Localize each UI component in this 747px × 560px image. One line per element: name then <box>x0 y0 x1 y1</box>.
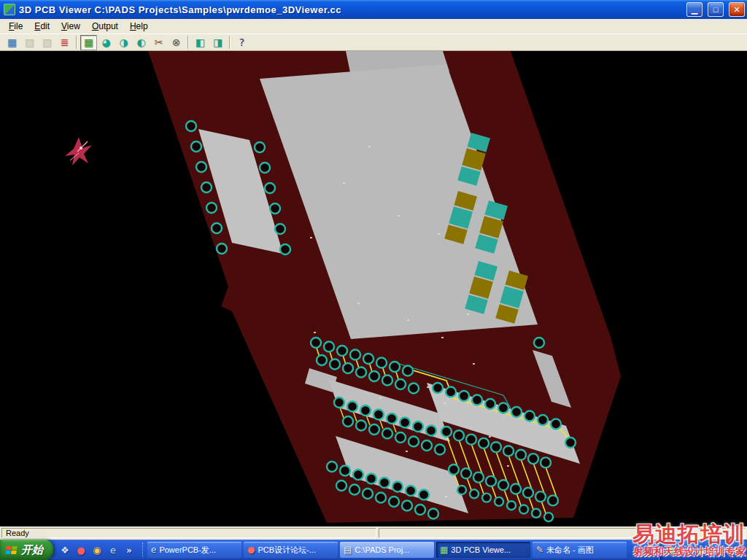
clip-plane-button[interactable]: ✂ <box>150 35 167 50</box>
pcb-pad <box>491 442 501 452</box>
task-label: C:\PADS Proj... <box>355 545 409 554</box>
pcb-pad <box>548 495 558 505</box>
pcb-pad <box>511 407 522 417</box>
task-pads-project[interactable]: ▤C:\PADS Proj... <box>340 542 434 558</box>
toolbar-separator <box>76 36 77 49</box>
task-label: PowerPCB-发... <box>159 545 216 556</box>
help-button[interactable]: ? <box>233 35 250 50</box>
clip-plane-icon: ✂ <box>155 37 163 47</box>
menu-item-help[interactable]: Help <box>124 20 154 33</box>
pcb-pad <box>544 513 553 521</box>
board-view-button[interactable]: ▦ <box>80 35 97 50</box>
menu-item-edit[interactable]: Edit <box>28 20 55 33</box>
pcb-pad <box>503 446 514 456</box>
pcb-label-speck <box>438 233 440 235</box>
watermark-title: 易迪拓培训 <box>632 523 746 546</box>
task-powerpcb-browser-icon: e <box>151 545 156 554</box>
start-button[interactable]: 开始 <box>0 540 53 560</box>
component-select-button[interactable]: ◨ <box>209 35 226 50</box>
spreadsheet-icon: ≣ <box>61 37 69 47</box>
task-paint[interactable]: ✎未命名 - 画图 <box>533 542 627 558</box>
pcb-label-speck <box>445 496 447 497</box>
pcb-pad <box>532 509 541 518</box>
pcb-pad <box>212 223 222 233</box>
minimize-button[interactable]: ▁ <box>686 2 703 17</box>
qq-icon[interactable]: ● <box>74 543 88 556</box>
rotate-view-button[interactable]: ◕ <box>98 35 115 50</box>
pcb-label-speck <box>357 303 360 304</box>
pcb-label-speck <box>343 182 345 184</box>
task-3d-pcb-viewer[interactable]: ▦3D PCB Viewe... <box>436 542 530 558</box>
pcb-pad <box>523 488 533 498</box>
pcb-pad <box>337 346 347 356</box>
pcb-pad <box>419 490 429 500</box>
pcb-pad <box>402 501 412 511</box>
pcb-pad <box>395 379 406 389</box>
menu-bar: FileEditViewOutputHelp <box>0 19 747 34</box>
pcb-label-speck <box>489 436 491 438</box>
status-message: Ready <box>1 528 376 538</box>
close-button[interactable]: ✕ <box>729 2 745 17</box>
pcb-pad <box>395 432 406 443</box>
pcb-pad <box>363 489 373 499</box>
pcb-pad <box>376 358 387 368</box>
pcb-pad <box>486 476 496 486</box>
window-title: 3D PCB Viewer C:\PADS Projects\Samples\p… <box>19 4 681 15</box>
task-pcb-forum[interactable]: ●PCB设计论坛-... <box>244 542 338 558</box>
measure-button[interactable]: ⊗ <box>168 35 185 50</box>
pcb-pad <box>428 509 438 519</box>
pcb-pad <box>519 505 528 514</box>
pcb-pad <box>280 244 290 254</box>
show-desktop-icon[interactable]: ❖ <box>58 543 71 556</box>
pcb-pad <box>538 415 548 425</box>
menu-item-file[interactable]: File <box>3 20 28 33</box>
pcb-pad <box>201 182 212 192</box>
pcb-label-speck <box>314 332 316 333</box>
toolbar-separator <box>187 36 189 49</box>
maximize-icon: □ <box>713 5 719 14</box>
pcb-label-speck <box>398 215 400 217</box>
pcb-pad <box>535 491 546 502</box>
watermark-subtitle: 射频和天线设计培训专家 <box>632 546 746 557</box>
screen: 3D PCB Viewer C:\PADS Projects\Samples\p… <box>0 0 747 560</box>
pan-view-button[interactable]: ◑ <box>115 35 132 50</box>
pcb-label-speck <box>441 337 444 338</box>
print-button[interactable]: ▨ <box>21 35 38 50</box>
menu-item-output[interactable]: Output <box>86 20 124 33</box>
task-powerpcb-browser[interactable]: ePowerPCB-发... <box>147 542 241 558</box>
copy-button[interactable]: ▧ <box>39 35 55 50</box>
spreadsheet-button[interactable]: ≣ <box>56 35 73 50</box>
pcb-pad <box>390 362 400 372</box>
pcb-3d-viewport[interactable] <box>0 51 747 526</box>
print-icon: ▨ <box>25 37 34 47</box>
pcb-pad <box>349 485 360 495</box>
ie-quicklaunch-icon[interactable]: e <box>107 543 120 556</box>
pcb-pad <box>479 438 489 448</box>
pcb-pad <box>217 244 227 254</box>
toolbar-separator <box>229 36 231 49</box>
media-player-icon[interactable]: ◉ <box>90 543 104 556</box>
pcb-pad <box>392 482 403 492</box>
task-label: 3D PCB Viewe... <box>451 545 511 554</box>
pcb-pad <box>406 486 416 496</box>
maximize-button[interactable]: □ <box>708 2 724 17</box>
pcb-pad <box>449 464 459 475</box>
pcb-pad <box>356 368 366 378</box>
zoom-view-button[interactable]: ◐ <box>133 35 150 50</box>
rotation-cursor-marker <box>65 137 92 166</box>
task-buttons: ePowerPCB-发...●PCB设计论坛-...▤C:\PADS Proj.… <box>144 540 659 560</box>
overflow-chevron-icon[interactable]: » <box>123 543 136 556</box>
pcb-pad <box>353 470 363 480</box>
pcb-pad <box>340 466 350 476</box>
components-window-button[interactable]: ▦ <box>4 35 20 50</box>
pcb-pad <box>435 445 445 455</box>
pcb-label-speck <box>467 314 469 315</box>
watermark: 易迪拓培训 射频和天线设计培训专家 <box>632 523 746 558</box>
menu-item-view[interactable]: View <box>55 20 86 33</box>
pcb-pad <box>389 497 399 507</box>
pcb-pad <box>485 399 495 409</box>
components-window-icon: ▦ <box>7 37 17 47</box>
pcb-pad <box>413 421 423 432</box>
board-select-button[interactable]: ◧ <box>192 35 209 50</box>
pcb-pad <box>528 454 538 464</box>
